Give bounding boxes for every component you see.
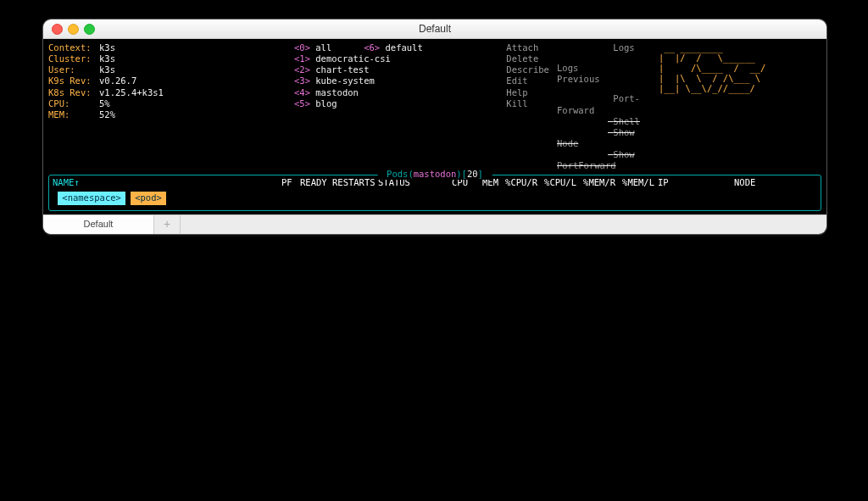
tab-bar: Default + xyxy=(43,214,826,234)
mem-label: MEM: xyxy=(48,109,99,120)
terminal-content: Context:k3s Cluster:k3s User:k3s K9s Rev… xyxy=(43,39,826,214)
add-tab-button[interactable]: + xyxy=(154,215,181,234)
cluster-val: k3s xyxy=(99,53,115,64)
user-label: User: xyxy=(48,64,99,75)
namespace-shortcuts: <0> all <6> default<1> democratic-csi<2>… xyxy=(294,42,455,171)
pods-table-frame: Pods(mastodon)[20] NAME↑ PF READY RESTAR… xyxy=(48,175,821,210)
k9s-rev-label: K9s Rev: xyxy=(48,75,99,86)
col-cpul[interactable]: %CPU/L xyxy=(541,177,580,188)
col-restarts[interactable]: RESTARTS xyxy=(332,177,378,188)
tab-default[interactable]: Default xyxy=(43,215,154,234)
namespace-shortcut[interactable]: <5> blog xyxy=(294,98,455,109)
context-label: Context: xyxy=(48,42,99,53)
col-node[interactable]: NODE xyxy=(734,177,827,188)
shortcut-item[interactable]: Show PortForward xyxy=(557,149,659,171)
cpu-label: CPU: xyxy=(48,98,99,109)
shortcut-item[interactable]: Kill xyxy=(455,98,557,109)
col-meml[interactable]: %MEM/L xyxy=(619,177,658,188)
titlebar: Default xyxy=(43,19,826,39)
window-title: Default xyxy=(43,23,826,36)
shortcut-item[interactable]: Describe xyxy=(455,64,557,75)
k9s-rev-val: v0.26.7 xyxy=(99,75,136,86)
action-shortcuts-col1: Attach Delete Describe Edit Help Kill xyxy=(455,42,557,171)
col-memr[interactable]: %MEM/R xyxy=(580,177,619,188)
mem-val: 52% xyxy=(99,109,115,120)
namespace-shortcut[interactable]: <3> kube-system xyxy=(294,75,455,86)
col-pf[interactable]: PF xyxy=(281,177,300,188)
context-val: k3s xyxy=(99,42,115,53)
namespace-shortcut[interactable]: <1> democratic-csi xyxy=(294,53,455,64)
cpu-val: 5% xyxy=(99,98,110,109)
shortcut-item[interactable]: Show Node xyxy=(557,127,659,149)
shortcut-item[interactable]: Edit xyxy=(455,75,557,86)
pod-badge: <pod> xyxy=(131,192,166,204)
namespace-shortcut[interactable]: <2> chart-test xyxy=(294,64,455,75)
shortcut-item[interactable]: Delete xyxy=(455,53,557,64)
k8s-rev-label: K8s Rev: xyxy=(48,87,99,98)
k9s-logo-ascii: __ ________ | |/ / \______ | /\____ / __… xyxy=(659,42,827,171)
action-shortcuts-col2: Logs Logs Previous Port-Forward Shell Sh… xyxy=(557,42,659,171)
shortcut-item[interactable]: Shell xyxy=(557,116,659,127)
shortcut-item[interactable]: Logs Previous xyxy=(557,53,659,93)
context-labels: Context:k3s Cluster:k3s User:k3s K9s Rev… xyxy=(48,42,167,171)
terminal-window: Default Context:k3s Cluster:k3s User:k3s… xyxy=(42,19,827,235)
col-name[interactable]: NAME↑ xyxy=(53,177,80,187)
namespace-shortcut[interactable]: <4> mastodon xyxy=(294,87,455,98)
breadcrumb: <namespace> <pod> xyxy=(53,192,817,204)
k8s-rev-val: v1.25.4+k3s1 xyxy=(99,87,164,97)
shortcut-item[interactable]: Help xyxy=(455,87,557,98)
pods-title: Pods(mastodon)[20] xyxy=(378,169,492,180)
col-ready[interactable]: READY xyxy=(300,177,332,188)
namespace-badge: <namespace> xyxy=(58,192,125,204)
col-ip[interactable]: IP xyxy=(658,177,734,188)
user-val: k3s xyxy=(99,64,115,75)
shortcut-item[interactable]: Port-Forward xyxy=(557,93,659,115)
namespace-shortcut[interactable]: <0> all <6> default xyxy=(294,42,455,53)
cluster-label: Cluster: xyxy=(48,53,99,64)
col-cpur[interactable]: %CPU/R xyxy=(502,177,541,188)
shortcut-item[interactable]: Logs xyxy=(557,42,659,53)
shortcut-item[interactable]: Attach xyxy=(455,42,557,53)
